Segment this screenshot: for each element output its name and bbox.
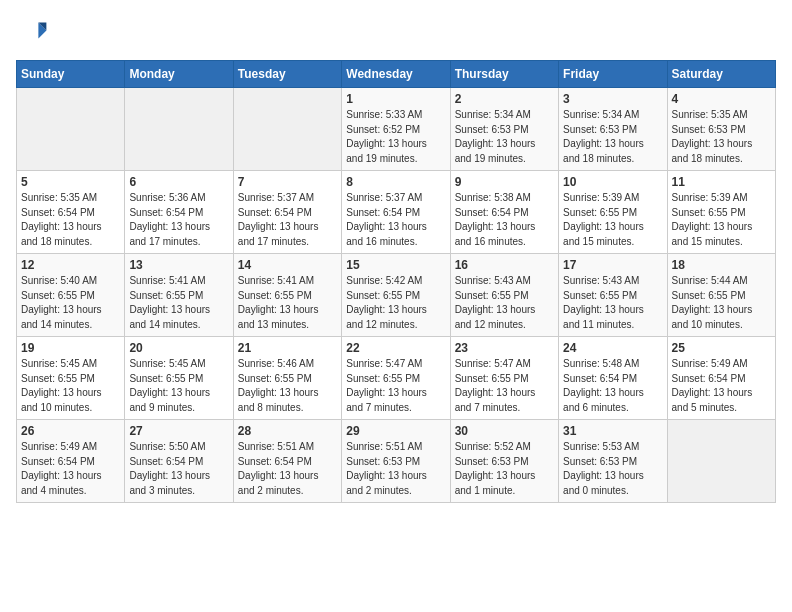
logo bbox=[16, 16, 52, 48]
day-number: 31 bbox=[563, 424, 662, 438]
calendar-cell: 31Sunrise: 5:53 AM Sunset: 6:53 PM Dayli… bbox=[559, 420, 667, 503]
day-info: Sunrise: 5:45 AM Sunset: 6:55 PM Dayligh… bbox=[21, 357, 120, 415]
day-number: 25 bbox=[672, 341, 771, 355]
weekday-header-tuesday: Tuesday bbox=[233, 61, 341, 88]
day-info: Sunrise: 5:46 AM Sunset: 6:55 PM Dayligh… bbox=[238, 357, 337, 415]
calendar-cell: 26Sunrise: 5:49 AM Sunset: 6:54 PM Dayli… bbox=[17, 420, 125, 503]
day-info: Sunrise: 5:52 AM Sunset: 6:53 PM Dayligh… bbox=[455, 440, 554, 498]
calendar-table: SundayMondayTuesdayWednesdayThursdayFrid… bbox=[16, 60, 776, 503]
day-number: 30 bbox=[455, 424, 554, 438]
calendar-week-row: 1Sunrise: 5:33 AM Sunset: 6:52 PM Daylig… bbox=[17, 88, 776, 171]
day-info: Sunrise: 5:51 AM Sunset: 6:53 PM Dayligh… bbox=[346, 440, 445, 498]
calendar-cell: 23Sunrise: 5:47 AM Sunset: 6:55 PM Dayli… bbox=[450, 337, 558, 420]
day-number: 19 bbox=[21, 341, 120, 355]
day-number: 5 bbox=[21, 175, 120, 189]
day-info: Sunrise: 5:36 AM Sunset: 6:54 PM Dayligh… bbox=[129, 191, 228, 249]
day-info: Sunrise: 5:39 AM Sunset: 6:55 PM Dayligh… bbox=[672, 191, 771, 249]
calendar-cell: 7Sunrise: 5:37 AM Sunset: 6:54 PM Daylig… bbox=[233, 171, 341, 254]
day-info: Sunrise: 5:50 AM Sunset: 6:54 PM Dayligh… bbox=[129, 440, 228, 498]
day-number: 12 bbox=[21, 258, 120, 272]
day-info: Sunrise: 5:49 AM Sunset: 6:54 PM Dayligh… bbox=[672, 357, 771, 415]
day-info: Sunrise: 5:33 AM Sunset: 6:52 PM Dayligh… bbox=[346, 108, 445, 166]
calendar-cell: 24Sunrise: 5:48 AM Sunset: 6:54 PM Dayli… bbox=[559, 337, 667, 420]
day-number: 9 bbox=[455, 175, 554, 189]
weekday-header-saturday: Saturday bbox=[667, 61, 775, 88]
day-info: Sunrise: 5:49 AM Sunset: 6:54 PM Dayligh… bbox=[21, 440, 120, 498]
weekday-header-row: SundayMondayTuesdayWednesdayThursdayFrid… bbox=[17, 61, 776, 88]
day-info: Sunrise: 5:37 AM Sunset: 6:54 PM Dayligh… bbox=[346, 191, 445, 249]
day-number: 18 bbox=[672, 258, 771, 272]
calendar-cell: 21Sunrise: 5:46 AM Sunset: 6:55 PM Dayli… bbox=[233, 337, 341, 420]
day-number: 3 bbox=[563, 92, 662, 106]
calendar-cell: 3Sunrise: 5:34 AM Sunset: 6:53 PM Daylig… bbox=[559, 88, 667, 171]
calendar-week-row: 5Sunrise: 5:35 AM Sunset: 6:54 PM Daylig… bbox=[17, 171, 776, 254]
day-number: 7 bbox=[238, 175, 337, 189]
calendar-week-row: 26Sunrise: 5:49 AM Sunset: 6:54 PM Dayli… bbox=[17, 420, 776, 503]
calendar-cell: 8Sunrise: 5:37 AM Sunset: 6:54 PM Daylig… bbox=[342, 171, 450, 254]
calendar-cell bbox=[17, 88, 125, 171]
calendar-week-row: 19Sunrise: 5:45 AM Sunset: 6:55 PM Dayli… bbox=[17, 337, 776, 420]
calendar-cell: 17Sunrise: 5:43 AM Sunset: 6:55 PM Dayli… bbox=[559, 254, 667, 337]
calendar-cell: 19Sunrise: 5:45 AM Sunset: 6:55 PM Dayli… bbox=[17, 337, 125, 420]
day-number: 21 bbox=[238, 341, 337, 355]
day-info: Sunrise: 5:44 AM Sunset: 6:55 PM Dayligh… bbox=[672, 274, 771, 332]
day-info: Sunrise: 5:40 AM Sunset: 6:55 PM Dayligh… bbox=[21, 274, 120, 332]
day-number: 6 bbox=[129, 175, 228, 189]
day-number: 26 bbox=[21, 424, 120, 438]
calendar-cell: 10Sunrise: 5:39 AM Sunset: 6:55 PM Dayli… bbox=[559, 171, 667, 254]
calendar-cell: 1Sunrise: 5:33 AM Sunset: 6:52 PM Daylig… bbox=[342, 88, 450, 171]
page-header bbox=[16, 16, 776, 48]
day-info: Sunrise: 5:34 AM Sunset: 6:53 PM Dayligh… bbox=[563, 108, 662, 166]
weekday-header-wednesday: Wednesday bbox=[342, 61, 450, 88]
day-info: Sunrise: 5:43 AM Sunset: 6:55 PM Dayligh… bbox=[455, 274, 554, 332]
calendar-cell: 30Sunrise: 5:52 AM Sunset: 6:53 PM Dayli… bbox=[450, 420, 558, 503]
weekday-header-sunday: Sunday bbox=[17, 61, 125, 88]
day-info: Sunrise: 5:48 AM Sunset: 6:54 PM Dayligh… bbox=[563, 357, 662, 415]
calendar-cell: 20Sunrise: 5:45 AM Sunset: 6:55 PM Dayli… bbox=[125, 337, 233, 420]
day-info: Sunrise: 5:41 AM Sunset: 6:55 PM Dayligh… bbox=[129, 274, 228, 332]
calendar-cell: 6Sunrise: 5:36 AM Sunset: 6:54 PM Daylig… bbox=[125, 171, 233, 254]
day-number: 29 bbox=[346, 424, 445, 438]
day-info: Sunrise: 5:51 AM Sunset: 6:54 PM Dayligh… bbox=[238, 440, 337, 498]
calendar-cell: 5Sunrise: 5:35 AM Sunset: 6:54 PM Daylig… bbox=[17, 171, 125, 254]
day-number: 1 bbox=[346, 92, 445, 106]
day-number: 14 bbox=[238, 258, 337, 272]
calendar-cell: 2Sunrise: 5:34 AM Sunset: 6:53 PM Daylig… bbox=[450, 88, 558, 171]
weekday-header-friday: Friday bbox=[559, 61, 667, 88]
day-info: Sunrise: 5:53 AM Sunset: 6:53 PM Dayligh… bbox=[563, 440, 662, 498]
logo-icon bbox=[16, 16, 48, 48]
calendar-week-row: 12Sunrise: 5:40 AM Sunset: 6:55 PM Dayli… bbox=[17, 254, 776, 337]
day-number: 22 bbox=[346, 341, 445, 355]
day-number: 13 bbox=[129, 258, 228, 272]
day-number: 27 bbox=[129, 424, 228, 438]
calendar-cell: 18Sunrise: 5:44 AM Sunset: 6:55 PM Dayli… bbox=[667, 254, 775, 337]
calendar-cell: 12Sunrise: 5:40 AM Sunset: 6:55 PM Dayli… bbox=[17, 254, 125, 337]
calendar-cell: 29Sunrise: 5:51 AM Sunset: 6:53 PM Dayli… bbox=[342, 420, 450, 503]
day-info: Sunrise: 5:35 AM Sunset: 6:54 PM Dayligh… bbox=[21, 191, 120, 249]
day-info: Sunrise: 5:47 AM Sunset: 6:55 PM Dayligh… bbox=[346, 357, 445, 415]
day-info: Sunrise: 5:34 AM Sunset: 6:53 PM Dayligh… bbox=[455, 108, 554, 166]
day-info: Sunrise: 5:45 AM Sunset: 6:55 PM Dayligh… bbox=[129, 357, 228, 415]
calendar-cell bbox=[667, 420, 775, 503]
day-number: 17 bbox=[563, 258, 662, 272]
day-number: 10 bbox=[563, 175, 662, 189]
day-info: Sunrise: 5:47 AM Sunset: 6:55 PM Dayligh… bbox=[455, 357, 554, 415]
day-info: Sunrise: 5:41 AM Sunset: 6:55 PM Dayligh… bbox=[238, 274, 337, 332]
calendar-cell bbox=[233, 88, 341, 171]
calendar-cell: 22Sunrise: 5:47 AM Sunset: 6:55 PM Dayli… bbox=[342, 337, 450, 420]
calendar-cell bbox=[125, 88, 233, 171]
weekday-header-monday: Monday bbox=[125, 61, 233, 88]
day-number: 20 bbox=[129, 341, 228, 355]
calendar-cell: 27Sunrise: 5:50 AM Sunset: 6:54 PM Dayli… bbox=[125, 420, 233, 503]
day-info: Sunrise: 5:39 AM Sunset: 6:55 PM Dayligh… bbox=[563, 191, 662, 249]
calendar-cell: 4Sunrise: 5:35 AM Sunset: 6:53 PM Daylig… bbox=[667, 88, 775, 171]
weekday-header-thursday: Thursday bbox=[450, 61, 558, 88]
calendar-cell: 14Sunrise: 5:41 AM Sunset: 6:55 PM Dayli… bbox=[233, 254, 341, 337]
day-number: 4 bbox=[672, 92, 771, 106]
calendar-cell: 16Sunrise: 5:43 AM Sunset: 6:55 PM Dayli… bbox=[450, 254, 558, 337]
day-info: Sunrise: 5:43 AM Sunset: 6:55 PM Dayligh… bbox=[563, 274, 662, 332]
day-number: 2 bbox=[455, 92, 554, 106]
day-info: Sunrise: 5:35 AM Sunset: 6:53 PM Dayligh… bbox=[672, 108, 771, 166]
day-number: 16 bbox=[455, 258, 554, 272]
day-info: Sunrise: 5:37 AM Sunset: 6:54 PM Dayligh… bbox=[238, 191, 337, 249]
